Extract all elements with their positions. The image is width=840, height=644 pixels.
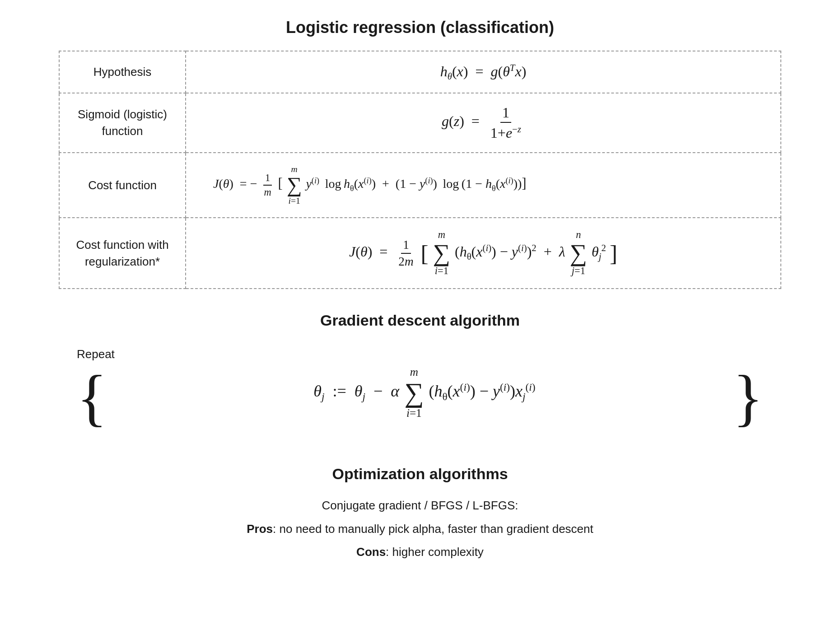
gradient-descent-block: Repeat { θj := θj − α m ∑ i=1 (hθ(x(i)) … bbox=[59, 343, 781, 443]
table-row-cost-reg: Cost function withregularization* J(θ) =… bbox=[59, 218, 781, 289]
label-cost-reg: Cost function withregularization* bbox=[59, 218, 186, 289]
label-hypothesis: Hypothesis bbox=[59, 51, 186, 93]
table-row-hypothesis: Hypothesis hθ(x) = g(θTx) bbox=[59, 51, 781, 93]
table-row-cost: Cost function J(θ) = − 1 m [ m ∑ i=1 y(i… bbox=[59, 153, 781, 218]
optimization-line-3: Cons: higher complexity bbox=[59, 543, 781, 562]
gradient-section-title: Gradient descent algorithm bbox=[320, 312, 520, 329]
optimization-line-2: Pros: no need to manually pick alpha, fa… bbox=[59, 520, 781, 539]
optimization-block: Conjugate gradient / BFGS / L-BFGS: Pros… bbox=[59, 496, 781, 566]
gradient-formula: θj := θj − α m ∑ i=1 (hθ(x(i)) − y(i))xj… bbox=[116, 352, 733, 434]
table-row-sigmoid: Sigmoid (logistic)function g(z) = 1 1+e−… bbox=[59, 93, 781, 153]
logistic-regression-table: Hypothesis hθ(x) = g(θTx) Sigmoid (logis… bbox=[59, 51, 781, 289]
formula-sigmoid: g(z) = 1 1+e−z bbox=[186, 93, 781, 153]
page-title: Logistic regression (classification) bbox=[286, 18, 554, 37]
label-sigmoid: Sigmoid (logistic)function bbox=[59, 93, 186, 153]
close-brace: } bbox=[733, 366, 763, 429]
repeat-label: Repeat bbox=[77, 347, 115, 361]
formula-cost: J(θ) = − 1 m [ m ∑ i=1 y(i) log hθ(x(i))… bbox=[186, 153, 781, 218]
label-cost: Cost function bbox=[59, 153, 186, 218]
open-brace: { bbox=[77, 366, 107, 429]
optimization-section-title: Optimization algorithms bbox=[332, 465, 508, 483]
formula-hypothesis: hθ(x) = g(θTx) bbox=[186, 51, 781, 93]
formula-cost-reg: J(θ) = 1 2m [ m ∑ i=1 (hθ(x(i)) − y(i))2… bbox=[186, 218, 781, 289]
optimization-line-1: Conjugate gradient / BFGS / L-BFGS: bbox=[59, 496, 781, 515]
